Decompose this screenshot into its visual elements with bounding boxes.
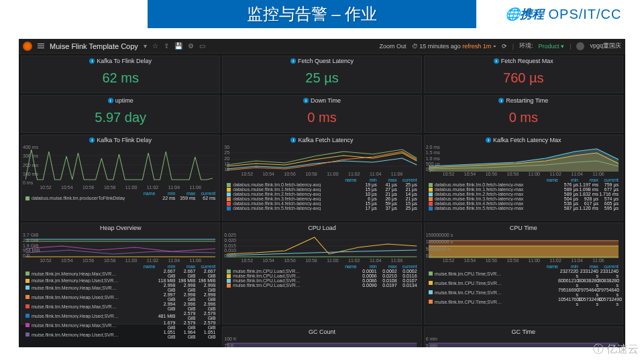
time-range[interactable]: ⏱ 15 minutes ago refresh 1m ▾ <box>412 43 496 50</box>
gc-count-chart <box>227 338 417 347</box>
y-axis: 2.0 ms1.5 ms1.0 ms500 µs0 µs <box>426 145 440 172</box>
x-axis: 10:5210:5410:5610:5811:0011:0211:0411:06 <box>425 258 623 263</box>
tv-icon[interactable]: ▭ <box>199 42 205 50</box>
info-icon: i <box>303 98 309 103</box>
legend: nameminmaxcurrentdatabus.muise.flink.tm.… <box>21 190 219 202</box>
downtime-value: 0 ms <box>223 105 421 129</box>
info-icon: i <box>290 137 296 143</box>
y-axis: 3.7 GiB2.8 GiB1.9 GiB954 MiB0 B <box>23 233 40 258</box>
dashboard-title[interactable]: Muise Flink Template Copy <box>50 42 138 50</box>
uptime-value: 5.97 day <box>21 105 219 129</box>
slide-title: 监控与告警 – 作业 <box>148 0 476 28</box>
grafana-dashboard: Muise Flink Template Copy ▾ ☆ ⇪ 💾 ⚙ ▭ Zo… <box>19 39 625 347</box>
restarting-value: 0 ms <box>425 105 623 129</box>
panel-restarting[interactable]: iRestarting Time 0 ms <box>424 95 623 133</box>
chart-cpu-time[interactable]: CPU Time 150000000 s100000000 s50000000 … <box>424 223 623 324</box>
cpu-time-chart <box>429 234 619 258</box>
legend: nameminmaxcurrentdatabus.muise.flink.tm.… <box>223 176 421 212</box>
chart-heap[interactable]: Heap Overview 3.7 GiB2.8 GiB1.9 GiB954 M… <box>21 223 220 324</box>
legend: nameminmaxcurrentmuise.flink.jm.CPU.Load… <box>223 263 421 289</box>
x-axis: 10:5210:5410:5610:5811:0011:0211:0411:06 <box>223 172 421 176</box>
chart-fetch-latency[interactable]: iKafka Fetch Latency 3025201510 10:5210:… <box>222 135 421 221</box>
panel-uptime[interactable]: iuptime 5.97 day <box>21 95 220 133</box>
info-icon: i <box>89 58 95 64</box>
y-axis: 100 K75 K50 K25 K <box>224 337 236 347</box>
kafka-delay-value: 62 ms <box>21 66 219 90</box>
gc-time-chart <box>429 338 619 347</box>
y-axis: 0.0250.0200.0150.0100.005 <box>224 233 236 258</box>
top-bar: Muise Flink Template Copy ▾ ☆ ⇪ 💾 ⚙ ▭ Zo… <box>19 39 625 54</box>
panel-downtime[interactable]: iDown Time 0 ms <box>222 95 421 133</box>
legend: nameminmaxcurrentmuise.flink.jm.CPU.Time… <box>425 263 623 308</box>
panel-fetch-latency[interactable]: iFetch Quest Latency 25 µs <box>222 56 421 93</box>
info-icon: i <box>494 58 499 64</box>
x-axis: 10:5210:5410:5610:5811:0011:0211:0411:06 <box>21 258 219 263</box>
legend: nameminmaxcurrentmuise.flink.jm.Memory.H… <box>21 263 219 341</box>
share-icon[interactable]: ⇪ <box>164 42 169 50</box>
save-icon[interactable]: 💾 <box>174 42 182 50</box>
info-icon: i <box>89 137 95 143</box>
y-axis: 400 ms300 ms200 ms100 ms0 ms <box>23 145 38 185</box>
heap-chart <box>25 234 215 258</box>
cpu-load-chart <box>227 234 417 258</box>
info-icon: i <box>486 137 491 143</box>
info-icon: i <box>290 58 296 64</box>
avatar[interactable] <box>576 42 584 50</box>
env-picker[interactable]: Product ▾ <box>539 43 565 50</box>
ops-label: OPS/IT/CC <box>548 7 621 22</box>
y-axis: 6 min5 min3 min2 min <box>426 337 437 347</box>
x-axis: 10:5210:5410:5610:5811:0011:0211:0411:06 <box>21 185 219 190</box>
star-icon[interactable]: ☆ <box>152 42 158 50</box>
legend: nameminmaxcurrentdatabus.muise.flink.tm.… <box>425 176 623 212</box>
watermark: ⓘ 亿速云 <box>593 343 639 357</box>
x-axis: 10:5210:5410:5610:5811:0011:0211:0411:06 <box>223 258 421 263</box>
menu-icon[interactable] <box>38 44 44 48</box>
y-axis: 150000000 s100000000 s50000000 s0 s <box>426 233 453 258</box>
zoom-out-button[interactable]: Zoom Out <box>380 43 407 50</box>
chart-fetch-max[interactable]: iKafka Fetch Latency Max 2.0 ms1.5 ms1.0… <box>424 135 623 221</box>
info-icon: i <box>498 98 504 103</box>
user-name: vpgq董国庆 <box>590 42 621 50</box>
y-axis: 3025201510 <box>224 145 229 172</box>
fetch-latency-value: 25 µs <box>223 66 421 90</box>
settings-icon[interactable]: ⚙ <box>188 42 194 50</box>
panel-kafka-delay[interactable]: iKafka To Flink Delay 62 ms <box>21 56 220 93</box>
info-icon: i <box>108 98 113 103</box>
multi-line-chart <box>227 146 417 172</box>
fetch-max-value: 760 µs <box>425 66 623 90</box>
brand-area: 🌐携程 OPS/IT/CC <box>483 6 644 22</box>
grafana-logo-icon[interactable] <box>23 42 32 51</box>
x-axis: 10:5210:5410:5610:5811:0011:0211:0411:06 <box>425 172 623 176</box>
chart-kafka-delay[interactable]: iKafka To Flink Delay 400 ms300 ms200 ms… <box>21 135 220 221</box>
area-chart <box>429 146 619 172</box>
ctrip-logo: 🌐携程 <box>505 6 544 22</box>
spiky-chart <box>25 146 215 185</box>
panel-fetch-max[interactable]: iFetch Request Max 760 µs <box>424 56 623 93</box>
refresh-icon[interactable]: ⟳ <box>502 43 507 50</box>
chart-cpu-load[interactable]: CPU Load 0.0250.0200.0150.0100.005 10:52… <box>222 223 421 324</box>
chart-gc-count[interactable]: GC Count 100 K75 K50 K25 K <box>222 326 421 347</box>
env-label: 环境: <box>519 42 533 50</box>
